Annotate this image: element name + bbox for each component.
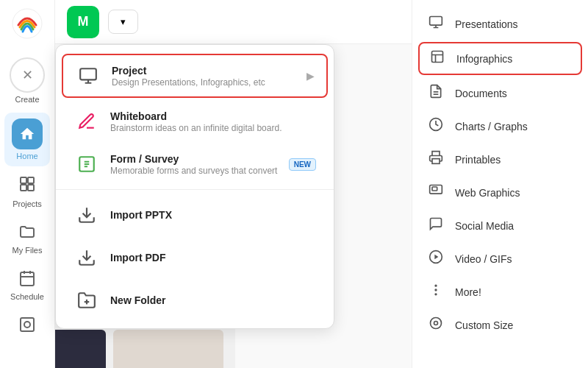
workspace-dropdown[interactable]: ▾ bbox=[108, 10, 138, 34]
svg-rect-9 bbox=[21, 318, 34, 331]
documents-label: Documents bbox=[455, 88, 507, 99]
project-title: Project bbox=[112, 65, 296, 77]
social-media-icon bbox=[427, 216, 445, 235]
video-label: Video / GIFs bbox=[455, 253, 512, 265]
form-icon bbox=[74, 151, 100, 177]
right-panel-item-documents[interactable]: Documents bbox=[412, 77, 588, 110]
project-arrow: ▶ bbox=[306, 70, 315, 82]
presentations-icon bbox=[427, 15, 445, 33]
right-panel-item-custom-size[interactable]: Custom Size bbox=[412, 308, 588, 342]
right-panel-item-printables[interactable]: Printables bbox=[412, 143, 588, 176]
menu-item-whiteboard[interactable]: Whiteboard Brainstorm ideas on an infini… bbox=[62, 101, 328, 142]
main-area: M ▾ Project Design Presentations, Infogr… bbox=[55, 0, 412, 368]
schedule-icon bbox=[18, 269, 36, 290]
sidebar-item-create[interactable]: ✕ Create bbox=[4, 52, 50, 110]
more-label: More! bbox=[455, 286, 481, 298]
project-text: Project Design Presentations, Infographi… bbox=[112, 65, 296, 88]
svg-rect-3 bbox=[21, 185, 26, 191]
schedule-label: Schedule bbox=[10, 292, 44, 301]
svg-point-10 bbox=[24, 322, 30, 328]
whiteboard-subtitle: Brainstorm ideas on an infinite digital … bbox=[110, 123, 316, 133]
create-circle[interactable]: ✕ bbox=[10, 57, 45, 93]
svg-point-30 bbox=[431, 318, 442, 329]
svg-rect-17 bbox=[430, 17, 442, 26]
form-title: Form / Survey bbox=[110, 153, 279, 165]
close-icon: ✕ bbox=[22, 67, 33, 83]
web-graphics-label: Web Graphics bbox=[455, 187, 520, 199]
svg-rect-4 bbox=[28, 185, 34, 191]
new-badge: NEW bbox=[289, 158, 316, 171]
infographics-icon bbox=[429, 49, 446, 68]
home-icon bbox=[12, 118, 43, 149]
myfiles-label: My Files bbox=[12, 246, 43, 255]
infographics-label: Infographics bbox=[456, 53, 512, 65]
more-icon bbox=[427, 283, 445, 301]
svg-rect-24 bbox=[432, 187, 437, 191]
template-thumb-1[interactable] bbox=[55, 330, 106, 368]
video-icon bbox=[427, 250, 445, 268]
right-panel-item-video[interactable]: Video / GIFs bbox=[412, 242, 588, 275]
whiteboard-icon bbox=[74, 108, 100, 135]
svg-rect-18 bbox=[432, 52, 443, 63]
sidebar: ✕ Create Home Projects bbox=[0, 0, 55, 368]
svg-rect-22 bbox=[432, 159, 440, 164]
right-panel-item-more[interactable]: More! bbox=[412, 275, 588, 308]
social-media-label: Social Media bbox=[455, 220, 514, 232]
right-panel-item-social-media[interactable]: Social Media bbox=[412, 209, 588, 242]
app-logo bbox=[11, 7, 43, 43]
import-pdf-text: Import PDF bbox=[110, 252, 316, 263]
home-label: Home bbox=[16, 152, 37, 160]
right-panel-item-presentations[interactable]: Presentations bbox=[412, 7, 588, 40]
charts-label: Charts / Graphs bbox=[455, 121, 528, 132]
import-pdf-title: Import PDF bbox=[110, 252, 316, 263]
sidebar-item-schedule[interactable]: Schedule bbox=[4, 263, 50, 307]
m-button[interactable]: M bbox=[67, 6, 99, 38]
project-icon bbox=[75, 63, 101, 89]
menu-item-import-pdf[interactable]: Import PDF bbox=[62, 237, 328, 278]
form-subtitle: Memorable forms and surveys that convert bbox=[110, 166, 279, 176]
projects-icon bbox=[18, 175, 36, 197]
template-thumb-2[interactable] bbox=[113, 330, 223, 368]
import-pptx-text: Import PPTX bbox=[110, 209, 316, 221]
import-pptx-icon bbox=[74, 202, 100, 228]
svg-point-28 bbox=[435, 289, 437, 291]
menu-item-form[interactable]: Form / Survey Memorable forms and survey… bbox=[62, 144, 328, 185]
project-subtitle: Design Presentations, Infographics, etc bbox=[112, 77, 296, 88]
new-folder-title: New Folder bbox=[110, 294, 316, 306]
menu-item-new-folder[interactable]: New Folder bbox=[62, 280, 328, 321]
create-label: Create bbox=[15, 95, 39, 104]
myfiles-icon bbox=[18, 223, 36, 244]
chevron-down-icon: ▾ bbox=[121, 16, 126, 27]
sidebar-item-projects[interactable]: Projects bbox=[4, 169, 50, 214]
whiteboard-title: Whiteboard bbox=[110, 110, 316, 122]
svg-rect-1 bbox=[21, 177, 26, 183]
right-panel: Presentations Infographics Documents bbox=[412, 0, 588, 368]
charts-icon bbox=[427, 117, 445, 135]
menu-item-project[interactable]: Project Design Presentations, Infographi… bbox=[62, 54, 328, 98]
new-folder-text: New Folder bbox=[110, 294, 316, 306]
sidebar-item-myfiles[interactable]: My Files bbox=[4, 217, 50, 261]
sidebar-item-extra[interactable] bbox=[4, 310, 50, 342]
presentations-label: Presentations bbox=[455, 18, 518, 30]
menu-divider bbox=[56, 189, 334, 190]
right-panel-item-infographics[interactable]: Infographics bbox=[418, 42, 582, 75]
whiteboard-text: Whiteboard Brainstorm ideas on an infini… bbox=[110, 110, 316, 133]
svg-point-31 bbox=[434, 322, 438, 325]
web-graphics-icon bbox=[427, 183, 445, 202]
right-panel-item-charts[interactable]: Charts / Graphs bbox=[412, 110, 588, 143]
menu-item-import-pptx[interactable]: Import PPTX bbox=[62, 194, 328, 236]
form-text: Form / Survey Memorable forms and survey… bbox=[110, 153, 279, 176]
template-thumbnails bbox=[55, 330, 223, 368]
new-folder-icon bbox=[74, 287, 100, 314]
extra-icon bbox=[18, 316, 36, 336]
projects-label: Projects bbox=[12, 199, 42, 208]
printables-icon bbox=[427, 150, 445, 169]
import-pptx-title: Import PPTX bbox=[110, 209, 316, 221]
create-dropdown-menu: Project Design Presentations, Infographi… bbox=[55, 44, 334, 329]
svg-marker-26 bbox=[434, 255, 438, 260]
right-panel-item-web-graphics[interactable]: Web Graphics bbox=[412, 176, 588, 209]
custom-size-label: Custom Size bbox=[455, 319, 513, 331]
import-pdf-icon bbox=[74, 244, 100, 271]
svg-point-29 bbox=[435, 294, 437, 295]
sidebar-item-home[interactable]: Home bbox=[4, 113, 50, 166]
